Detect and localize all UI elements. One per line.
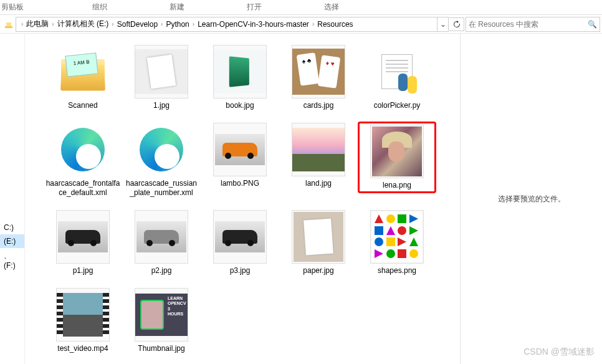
ribbon-tab-new[interactable]: 新建 — [138, 2, 216, 12]
file-item-thumbnail[interactable]: Thumbnail.jpg — [122, 287, 201, 355]
crumb-thispc[interactable]: 此电脑 — [26, 17, 49, 31]
file-label: paper.jpg — [303, 266, 333, 275]
crumb-resources[interactable]: Resources — [317, 19, 353, 30]
file-label: colorPicker.py — [374, 101, 421, 110]
svg-rect-1 — [6, 22, 11, 26]
image-thumb — [370, 210, 424, 264]
search-icon: 🔍 — [588, 20, 597, 29]
file-item-lambo[interactable]: lambo.PNG — [201, 122, 279, 189]
file-label: book.jpg — [226, 101, 254, 110]
file-item-p3[interactable]: p3.jpg — [201, 209, 279, 277]
file-label: p3.jpg — [230, 266, 251, 275]
file-item-paper[interactable]: paper.jpg — [279, 209, 358, 277]
file-label: 1.jpg — [153, 101, 170, 110]
crumb-softdevelop[interactable]: SoftDevelop — [117, 19, 158, 30]
file-item-cards[interactable]: cards.jpg — [279, 44, 358, 112]
file-label: haarcascade_frontalface_default.xml — [45, 179, 120, 198]
chevron-icon: › — [19, 21, 26, 27]
image-thumb — [135, 288, 188, 342]
watermark: CSDN @雪域迷影 — [523, 347, 595, 358]
file-label: Thumbnail.jpg — [138, 344, 184, 353]
file-item-1jpg[interactable]: 1.jpg — [122, 44, 201, 112]
file-label: shapes.png — [378, 266, 416, 275]
python-file-icon — [370, 45, 424, 98]
file-item-testvideo[interactable]: test_video.mp4 — [44, 287, 122, 355]
file-label: lena.png — [383, 181, 411, 190]
ribbon-tab-open[interactable]: 打开 — [216, 2, 293, 12]
file-item-book[interactable]: book.jpg — [201, 44, 279, 112]
file-label: p2.jpg — [151, 266, 172, 275]
file-label: land.jpg — [305, 179, 332, 188]
edge-icon — [135, 123, 188, 176]
file-item-land[interactable]: land.jpg — [279, 122, 358, 189]
crumb-drive[interactable]: 计算机相关 (E:) — [57, 17, 110, 31]
image-thumb — [292, 210, 345, 264]
up-button[interactable] — [2, 17, 16, 31]
chevron-icon: › — [310, 21, 317, 27]
file-item-colorpicker[interactable]: colorPicker.py — [358, 44, 436, 112]
refresh-button[interactable] — [449, 17, 464, 31]
preview-empty-text: 选择要预览的文件。 — [498, 194, 565, 204]
image-thumb — [292, 123, 345, 176]
file-item-scanned[interactable]: 1 AM B Scanned — [44, 44, 122, 112]
ribbon-tab-select[interactable]: 选择 — [293, 2, 370, 12]
file-item-lena[interactable]: lena.png — [358, 122, 436, 193]
ribbon-tab-clipboard[interactable]: 剪贴板 — [0, 2, 61, 12]
drive-e[interactable]: (E:) — [0, 234, 24, 248]
image-thumb — [56, 210, 110, 264]
svg-rect-0 — [5, 26, 12, 28]
file-label: p1.jpg — [73, 266, 93, 275]
image-thumb — [135, 210, 188, 264]
nav-sidebar: C:) (E:) 、 (F:) — [0, 34, 25, 364]
file-label: Scanned — [68, 101, 97, 110]
file-item-haarcascade-face[interactable]: haarcascade_frontalface_default.xml — [44, 122, 122, 199]
image-thumb — [135, 45, 188, 98]
address-bar: › 此电脑 › 计算机相关 (E:) › SoftDevelop › Pytho… — [0, 15, 602, 34]
image-thumb — [213, 123, 267, 176]
file-item-shapes[interactable]: shapes.png — [358, 209, 436, 277]
file-item-p2[interactable]: p2.jpg — [122, 209, 201, 277]
chevron-icon: › — [109, 21, 116, 27]
file-label: test_video.mp4 — [57, 344, 108, 353]
address-dropdown[interactable]: ⌄ — [437, 17, 448, 31]
ribbon-tab-organize[interactable]: 组织 — [61, 2, 138, 12]
edge-icon — [56, 123, 110, 176]
drive-f[interactable]: 、 (F:) — [0, 248, 24, 272]
file-label: lambo.PNG — [221, 179, 259, 188]
image-thumb — [292, 45, 345, 98]
breadcrumb[interactable]: › 此电脑 › 计算机相关 (E:) › SoftDevelop › Pytho… — [16, 17, 449, 32]
video-thumb — [56, 288, 110, 342]
chevron-icon: › — [190, 21, 197, 27]
file-label: haarcascade_russian_plate_number.xml — [124, 179, 199, 198]
crumb-learn-opencv[interactable]: Learn-OpenCV-in-3-hours-master — [197, 19, 310, 30]
chevron-icon: › — [49, 21, 56, 27]
crumb-python[interactable]: Python — [165, 19, 189, 30]
folder-icon: 1 AM B — [56, 45, 110, 98]
chevron-icon: › — [158, 21, 165, 27]
file-label: cards.jpg — [303, 101, 334, 110]
image-thumb — [213, 210, 267, 264]
drive-c[interactable]: C:) — [0, 221, 24, 234]
preview-pane: 选择要预览的文件。 — [460, 34, 602, 364]
search-box[interactable]: 🔍 — [466, 17, 600, 32]
image-thumb — [213, 45, 267, 98]
ribbon-tabs: 剪贴板 组织 新建 打开 选择 — [0, 0, 602, 15]
file-grid: 1 AM B Scanned 1.jpg book.jpg cards.jpg — [25, 34, 460, 364]
file-item-haarcascade-plate[interactable]: haarcascade_russian_plate_number.xml — [122, 122, 201, 199]
search-input[interactable] — [469, 20, 585, 29]
file-item-p1[interactable]: p1.jpg — [44, 209, 122, 277]
image-thumb — [370, 125, 424, 178]
